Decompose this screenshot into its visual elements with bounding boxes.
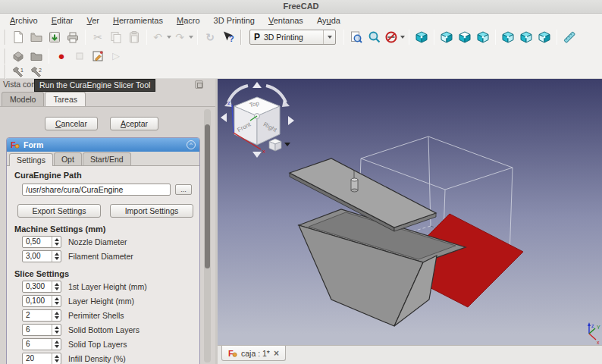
menu-ver[interactable]: Ver xyxy=(80,14,106,27)
close-tab-icon[interactable]: × xyxy=(274,349,279,358)
dropdown-arrow-icon[interactable] xyxy=(189,36,193,39)
perimiter-shells-spin-buttons[interactable] xyxy=(52,310,61,321)
rotate-right-arc-icon[interactable] xyxy=(266,86,286,102)
collapse-form-icon[interactable]: ^ xyxy=(187,140,196,149)
menu-ayuda[interactable]: Ayuda xyxy=(310,14,347,27)
toolbar-handle[interactable] xyxy=(5,30,6,45)
view-bottom-button[interactable] xyxy=(518,29,535,46)
nav-arrow-right-icon[interactable] xyxy=(288,116,294,125)
view-rear-button[interactable] xyxy=(500,29,516,46)
filament-diameter-value[interactable]: 3,00 xyxy=(23,251,52,262)
spin-down-icon[interactable] xyxy=(55,359,59,362)
rotate-left-arc-icon[interactable] xyxy=(228,86,248,102)
layer-height-mm-spin-buttons[interactable] xyxy=(52,296,61,306)
perimiter-shells-spinbox[interactable]: 2 xyxy=(22,309,61,322)
menu-editar[interactable]: Editar xyxy=(45,14,80,27)
toolbar-handle[interactable] xyxy=(5,49,6,64)
nav-arrow-left-icon[interactable] xyxy=(221,113,227,122)
spin-down-icon[interactable] xyxy=(55,243,59,246)
3d-viewport[interactable]: Top Front Right z x z Y x xyxy=(218,79,602,345)
spin-down-icon[interactable] xyxy=(55,257,59,260)
nozzle-diameter-value[interactable]: 0,50 xyxy=(23,237,52,247)
print-button[interactable] xyxy=(64,29,81,46)
mini-cube-icon[interactable] xyxy=(269,139,281,151)
tab-opt[interactable]: Opt xyxy=(54,152,82,165)
solid-top-layers-value[interactable]: 6 xyxy=(23,339,52,350)
menu-herramientas[interactable]: Herramientas xyxy=(106,14,170,27)
solid-top-layers-spinbox[interactable]: 6 xyxy=(22,338,61,350)
spin-down-icon[interactable] xyxy=(55,331,59,334)
view-left-button[interactable] xyxy=(536,29,553,46)
toolbar-handle[interactable] xyxy=(240,30,242,45)
curaengine-path-input[interactable] xyxy=(22,184,171,196)
copy-button[interactable] xyxy=(108,29,124,46)
fit-all-button[interactable] xyxy=(348,29,365,46)
layer-height-mm-spinbox[interactable]: 0,100 xyxy=(22,295,61,307)
save-button[interactable] xyxy=(46,29,63,46)
export-settings-button[interactable]: Export Settings xyxy=(17,204,101,218)
spin-up-icon[interactable] xyxy=(55,355,59,358)
cancel-button[interactable]: Cancelar xyxy=(45,117,98,130)
dropdown-arrow-icon[interactable] xyxy=(167,36,171,39)
accept-button[interactable]: Aceptar xyxy=(110,117,158,130)
toolbar-handle[interactable] xyxy=(5,64,6,80)
redo-button[interactable]: ↷ xyxy=(173,29,193,46)
undo-button[interactable]: ↶ xyxy=(151,29,171,46)
float-panel-icon[interactable] xyxy=(195,80,203,89)
menu-archivo[interactable]: Archivo xyxy=(3,14,45,27)
macro-stop-button[interactable] xyxy=(71,48,88,64)
workbench-dropdown-arrow-icon[interactable] xyxy=(323,30,335,44)
task-scrollbar[interactable] xyxy=(204,109,211,362)
import-settings-button[interactable]: Import Settings xyxy=(110,204,193,218)
spin-up-icon[interactable] xyxy=(55,340,59,344)
tab-settings[interactable]: Settings xyxy=(9,153,53,166)
1st-layer-height-mm-spinbox[interactable]: 0,300 xyxy=(22,281,61,293)
solid-bottom-layers-spin-buttons[interactable] xyxy=(52,325,61,335)
nozzle-diameter-spin-buttons[interactable] xyxy=(52,237,61,247)
spin-up-icon[interactable] xyxy=(55,312,59,315)
refresh-button[interactable]: ↻ xyxy=(202,29,218,46)
filament-diameter-spin-buttons[interactable] xyxy=(52,251,61,262)
browse-button[interactable]: ... xyxy=(175,184,192,195)
nozzle-diameter-spinbox[interactable]: 0,50 xyxy=(22,236,61,248)
menu-macro[interactable]: Macro xyxy=(170,14,207,27)
document-tab[interactable]: F caja : 1* × xyxy=(221,346,286,361)
infill-density-spin-buttons[interactable] xyxy=(52,353,61,364)
slicer-tool-2-button[interactable]: 2 xyxy=(28,64,45,80)
nav-arrow-down-icon[interactable] xyxy=(252,152,262,158)
workbench-box-button[interactable] xyxy=(10,48,27,64)
open-folder-button[interactable] xyxy=(28,29,45,46)
cut-button[interactable]: ✂ xyxy=(89,29,106,46)
spin-up-icon[interactable] xyxy=(55,238,59,241)
menu-3d-printing[interactable]: 3D Printing xyxy=(207,14,262,27)
perimiter-shells-value[interactable]: 2 xyxy=(23,310,52,321)
view-right-button[interactable] xyxy=(475,29,491,46)
spin-up-icon[interactable] xyxy=(55,253,59,256)
tab-modelo[interactable]: Modelo xyxy=(2,92,44,106)
tab-start-end[interactable]: Start/End xyxy=(83,152,131,165)
solid-bottom-layers-spinbox[interactable]: 6 xyxy=(22,324,61,336)
spin-up-icon[interactable] xyxy=(55,326,59,329)
spin-down-icon[interactable] xyxy=(55,302,59,305)
spin-down-icon[interactable] xyxy=(55,345,59,348)
task-scrollbar-handle[interactable] xyxy=(205,124,210,268)
macro-folder-button[interactable] xyxy=(28,48,45,64)
fit-selection-button[interactable] xyxy=(366,29,383,46)
view-top-button[interactable] xyxy=(456,29,473,46)
infill-density-value[interactable]: 20 xyxy=(23,353,52,364)
infill-density-spinbox[interactable]: 20 xyxy=(22,353,61,364)
view-axonometric-button[interactable] xyxy=(413,29,430,46)
navigation-cube[interactable]: Top Front Right z x xyxy=(221,82,294,158)
layer-height-mm-value[interactable]: 0,100 xyxy=(23,296,52,306)
paste-button[interactable] xyxy=(126,29,143,46)
solid-top-layers-spin-buttons[interactable] xyxy=(52,339,61,350)
menu-ventanas[interactable]: Ventanas xyxy=(262,14,310,27)
1st-layer-height-mm-spin-buttons[interactable] xyxy=(52,281,61,292)
cura-slicer-1-button[interactable]: 1 xyxy=(10,64,27,80)
new-file-button[interactable] xyxy=(10,29,27,46)
macro-record-button[interactable]: ● xyxy=(53,48,70,64)
spin-up-icon[interactable] xyxy=(55,283,59,286)
spin-up-icon[interactable] xyxy=(55,297,59,300)
1st-layer-height-mm-value[interactable]: 0,300 xyxy=(23,281,52,292)
spin-down-icon[interactable] xyxy=(55,316,59,319)
